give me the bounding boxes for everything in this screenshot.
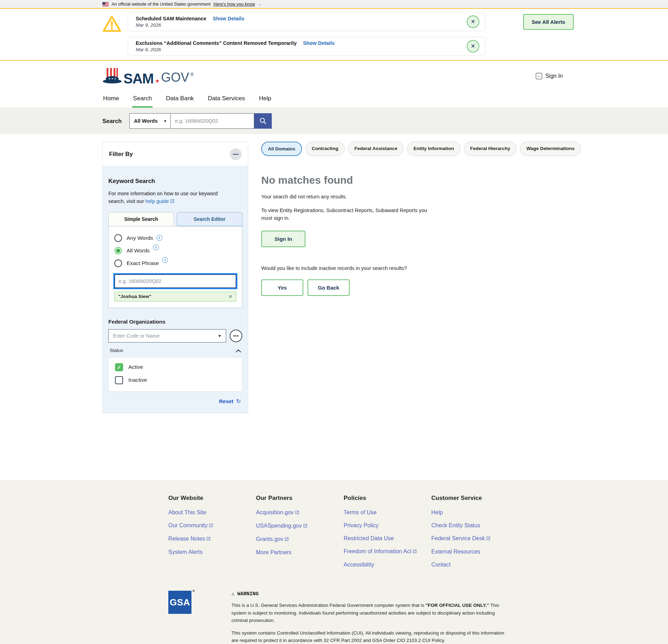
radio-exact-phrase-label: Exact Phrase — [127, 260, 159, 266]
info-icon[interactable]: i — [156, 235, 162, 241]
domain-pill-federal-assistance[interactable]: Federal Assistance — [348, 142, 404, 156]
reset-button[interactable]: Reset — [219, 398, 234, 404]
filter-panel: Filter By — Keyword Search For more info… — [102, 142, 248, 413]
alert-item: Exclusions “Additional Comments” Content… — [128, 37, 485, 56]
gov-banner-text: An official website of the United States… — [112, 2, 211, 7]
footer-column-title: Our Website — [168, 495, 256, 502]
external-link-icon — [284, 536, 289, 543]
keyword-input[interactable] — [114, 274, 236, 288]
search-type-select[interactable]: All Words ▼ — [129, 113, 171, 129]
domain-pill-entity-information[interactable]: Entity Information — [407, 142, 460, 156]
more-options-icon[interactable]: ••• — [230, 330, 242, 342]
footer-link-check-entity-status[interactable]: Check Entity Status — [431, 522, 519, 529]
close-icon[interactable]: ✕ — [467, 40, 479, 53]
checkbox-inactive[interactable]: Inactive — [115, 376, 236, 384]
footer-link-help[interactable]: Help — [431, 509, 519, 516]
tab-simple-search[interactable]: Simple Search — [108, 212, 174, 226]
nav-item-data-services[interactable]: Data Services — [207, 91, 246, 108]
dropdown-arrow-icon: ▼ — [218, 334, 222, 338]
chevron-down-icon: ⌄ — [258, 2, 261, 6]
footer-link-terms-of-use[interactable]: Terms of Use — [344, 509, 431, 516]
radio-any-words-label: Any Words — [127, 235, 153, 241]
domain-pill-federal-hierarchy[interactable]: Federal Hierarchy — [464, 142, 517, 156]
checkbox-active[interactable]: ✓ Active — [115, 363, 236, 371]
gsa-logo: GSA ® — [168, 591, 191, 614]
show-details-link[interactable]: Show Details — [303, 40, 335, 46]
sign-in-link[interactable]: ← Sign In — [536, 73, 563, 79]
radio-exact-phrase[interactable] — [114, 259, 122, 267]
help-guide-link[interactable]: help guide — [146, 198, 169, 204]
refresh-icon[interactable]: ↻ — [236, 398, 241, 405]
sign-in-button[interactable]: Sign In — [261, 231, 305, 247]
nav-item-home[interactable]: Home — [102, 91, 120, 108]
search-type-value: All Words — [134, 118, 157, 124]
logo-registered-mark: ® — [190, 72, 194, 85]
footer-link-our-community[interactable]: Our Community — [168, 522, 256, 529]
no-matches-title: No matches found — [261, 174, 612, 186]
domain-pill-contracting[interactable]: Contracting — [305, 142, 345, 156]
footer-link-grants-gov[interactable]: Grants.gov — [256, 536, 344, 543]
footer-link-acquisition-gov[interactable]: Acquisition.gov — [256, 509, 344, 516]
alert-title: Scheduled SAM Maintenance — [136, 16, 206, 21]
status-section-label: Status — [110, 348, 123, 353]
tab-search-editor[interactable]: Search Editor — [177, 212, 242, 226]
nav-item-search[interactable]: Search — [132, 91, 153, 108]
footer-link-restricted-data-use[interactable]: Restricted Data Use — [344, 535, 431, 542]
domain-pill-wage-determinations[interactable]: Wage Determinations — [520, 142, 581, 156]
remove-chip-icon[interactable]: ✕ — [228, 294, 232, 299]
federal-org-select[interactable]: Enter Code or Name ▼ — [108, 329, 226, 343]
sign-in-required-text: To view Entity Registrations, Subcontrac… — [261, 206, 437, 222]
sam-gov-logo[interactable]: ★ ★ ★ SAM ★ GOV ® — [102, 67, 194, 85]
footer-link-release-notes[interactable]: Release Notes — [168, 536, 256, 542]
dropdown-arrow-icon: ▼ — [163, 119, 167, 123]
chevron-up-icon[interactable] — [236, 347, 241, 354]
see-all-alerts-button[interactable]: See All Alerts — [523, 14, 574, 30]
external-link-icon — [209, 523, 213, 529]
logo-sam-text: SAM — [123, 72, 154, 85]
footer-link-about-this-site[interactable]: About This Site — [168, 509, 256, 516]
footer-column-title: Policies — [344, 495, 431, 502]
footer-link-federal-service-desk[interactable]: Federal Service Desk — [431, 535, 519, 542]
footer-link-external-resources[interactable]: External Resources — [431, 549, 519, 555]
search-button[interactable] — [254, 113, 272, 129]
footer-link-system-alerts[interactable]: System Alerts — [168, 549, 256, 555]
alert-title: Exclusions “Additional Comments” Content… — [136, 40, 297, 46]
info-icon[interactable]: i — [153, 244, 159, 250]
search-input[interactable] — [171, 113, 254, 129]
radio-any-words[interactable] — [114, 234, 122, 242]
footer-link-more-partners[interactable]: More Partners — [256, 549, 344, 556]
footer-link-privacy-policy[interactable]: Privacy Policy — [344, 522, 431, 529]
warning-title-text: WARNING — [237, 591, 259, 597]
nav-item-help[interactable]: Help — [258, 91, 272, 108]
warning-paragraph-1: This is a U.S. General Services Administ… — [231, 602, 510, 624]
results-area: All Domains Contracting Federal Assistan… — [261, 142, 612, 296]
yes-button[interactable]: Yes — [261, 279, 303, 296]
footer-link-accessibility[interactable]: Accessibility — [344, 562, 431, 568]
warning-paragraph-2: This system contains Controlled Unclassi… — [231, 629, 510, 644]
no-results-text: Your search did not return any results. — [261, 194, 612, 199]
info-icon[interactable]: i — [162, 257, 168, 263]
external-link-icon — [295, 510, 299, 516]
radio-all-words-label: All Words — [127, 248, 150, 254]
close-icon[interactable]: ✕ — [467, 15, 479, 28]
keyword-search-title: Keyword Search — [108, 178, 242, 185]
external-link-icon — [170, 198, 175, 205]
gsa-registered-mark: ® — [193, 589, 195, 593]
footer-link-contact[interactable]: Contact — [431, 562, 519, 568]
radio-all-words[interactable] — [114, 247, 122, 255]
external-link-icon — [303, 523, 308, 529]
show-details-link[interactable]: Show Details — [212, 16, 244, 21]
checkbox-active-label: Active — [128, 364, 143, 370]
domain-pill-all-domains[interactable]: All Domains — [261, 142, 302, 156]
how-you-know-link[interactable]: Here's how you know — [214, 2, 255, 7]
footer-link-usaspending-gov[interactable]: USASpending.gov — [256, 523, 344, 529]
alerts-section: Scheduled SAM Maintenance Show Details M… — [0, 8, 668, 61]
checkbox-unchecked-icon — [115, 376, 123, 384]
footer: Our Website About This Site Our Communit… — [0, 480, 668, 644]
nav-item-data-bank[interactable]: Data Bank — [165, 91, 194, 108]
gov-banner: An official website of the United States… — [0, 0, 668, 8]
footer-link-foia[interactable]: Freedom of Information Act — [344, 548, 431, 555]
collapse-filters-icon[interactable]: — — [230, 148, 242, 160]
go-back-button[interactable]: Go Back — [308, 279, 350, 296]
checkbox-inactive-label: Inactive — [128, 377, 147, 383]
